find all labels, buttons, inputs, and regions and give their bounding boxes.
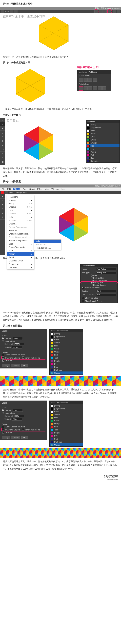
tool[interactable]: ✎ — [0, 211, 5, 216]
shape-mode-btn[interactable] — [88, 78, 92, 82]
swatch-row[interactable]: Blue — [86, 156, 120, 160]
menu-item[interactable]: Arrange▸ — [7, 198, 34, 202]
uniform-input[interactable] — [13, 337, 23, 340]
swatches-tab[interactable]: Swatches — [79, 71, 87, 73]
swatch-row[interactable]: Orange — [50, 350, 83, 353]
swatch-row[interactable]: Dark blue — [50, 368, 83, 372]
swatch-row[interactable]: Purple — [86, 150, 120, 154]
menu-window[interactable]: Window — [52, 188, 59, 190]
transform-patterns-checkbox[interactable] — [22, 428, 24, 430]
menu-item[interactable]: Pattern▸ — [7, 252, 34, 256]
swatch-row[interactable]: Teal — [86, 147, 120, 150]
type-tool[interactable]: T — [0, 139, 5, 143]
swatch-row[interactable]: Red — [86, 144, 120, 147]
menu-item[interactable]: Show All⌥⌘3 — [7, 219, 34, 222]
eraser-tool[interactable]: ◧ — [0, 160, 5, 164]
swatch-row[interactable]: Purple — [50, 431, 83, 434]
menu-item[interactable]: Rasterize... — [7, 229, 34, 232]
swatch-row[interactable]: White — [86, 129, 120, 132]
pathfinder-btn[interactable] — [98, 86, 102, 90]
swatch-row[interactable]: Lime — [50, 344, 83, 347]
menu-item[interactable]: Expand... — [7, 222, 34, 226]
swatch-row[interactable]: Lime — [50, 416, 83, 419]
submenu-item[interactable]: Tile Edge Color... — [34, 246, 61, 250]
menu-item[interactable]: Envelope Distort▸ — [7, 259, 34, 262]
cancel-button[interactable]: Cancel — [11, 364, 20, 367]
menu-item[interactable]: Create Gradient Mesh... — [7, 232, 34, 236]
nonuniform-radio[interactable]: Non-Uniform — [2, 340, 46, 342]
scale-strokes-checkbox[interactable] — [2, 354, 4, 356]
submenu-item[interactable]: Make — [34, 240, 61, 243]
tool[interactable]: ✦ — [0, 203, 5, 207]
pencil-tool[interactable]: ✏ — [0, 156, 5, 160]
rect-tool[interactable]: ▭ — [0, 147, 5, 152]
uniform-input[interactable] — [13, 409, 23, 412]
pathfinder-btn[interactable] — [102, 86, 106, 90]
swatch-row[interactable]: Yellow — [50, 413, 83, 416]
swatch-row[interactable]: Purple — [50, 360, 83, 362]
swatches-tab[interactable]: Swatches — [86, 120, 120, 123]
horizontal-input[interactable] — [14, 343, 24, 346]
transform-objects-checkbox[interactable] — [2, 428, 4, 430]
menu-item[interactable]: Group⌘G — [7, 202, 34, 205]
shape-mode-btn[interactable] — [84, 78, 88, 82]
vertical-input[interactable] — [12, 418, 22, 420]
menu-item[interactable]: Ungroup⇧⌘G — [7, 205, 34, 209]
brush-tool[interactable]: ✐ — [0, 152, 5, 156]
menu-item[interactable]: Slice▸ — [7, 242, 34, 246]
show-tile-checkbox[interactable] — [82, 297, 84, 299]
menu-item[interactable]: Live Paint▸ — [7, 266, 34, 269]
ok-button[interactable]: OK — [21, 436, 28, 439]
menu-item[interactable]: Unlock All⌥⌘2 — [7, 212, 34, 216]
menu-item[interactable]: Blend▸ — [7, 256, 34, 259]
menu-item[interactable]: Flatten Transparency... — [7, 239, 34, 242]
cancel-button[interactable]: Cancel — [11, 436, 20, 439]
copies-input[interactable] — [96, 290, 116, 292]
preview-checkbox[interactable] — [2, 431, 4, 434]
tool[interactable]: ◌ — [0, 207, 5, 211]
menu-item[interactable]: Create Trim Marks — [7, 246, 34, 249]
swatch-row[interactable]: Dark blue — [50, 440, 83, 444]
tool-btn[interactable] — [103, 10, 106, 13]
lasso-tool[interactable]: ◌ — [0, 130, 5, 135]
menu-effect[interactable]: Effect — [37, 188, 42, 190]
uniform-radio[interactable]: Uniform: — [2, 337, 46, 340]
swatches-tab[interactable]: Swatches — [51, 402, 59, 404]
dim-input[interactable] — [96, 293, 116, 296]
swatch-row[interactable]: Lime — [86, 135, 120, 138]
swatch-row[interactable]: [Registration] — [50, 407, 83, 410]
menu-item[interactable]: Hide▸ — [7, 216, 34, 219]
pattern-name-input[interactable] — [96, 268, 116, 270]
swatch-row[interactable]: Blue — [50, 437, 83, 440]
shape-mode-btn[interactable] — [93, 78, 97, 82]
swatch-row[interactable]: Green — [86, 138, 120, 141]
swatch-row[interactable]: Cubes — [50, 372, 83, 374]
stroke-swatch[interactable] — [5, 191, 8, 194]
copy-button[interactable]: Copy — [2, 436, 10, 439]
swatch-row[interactable]: Orange — [86, 141, 120, 144]
pathfinder-btn[interactable] — [93, 86, 97, 90]
swatch-row[interactable]: White — [50, 338, 83, 341]
tool-btn[interactable] — [14, 10, 18, 13]
copy-button[interactable]: Copy — [2, 364, 10, 367]
menu-item[interactable]: Transform▸ — [7, 195, 34, 198]
swatch-row[interactable]: Green — [50, 419, 83, 422]
selection-tool[interactable]: ▸ — [0, 118, 5, 122]
swatch-row[interactable]: [None] — [50, 332, 83, 335]
pathfinder-tab[interactable]: Pathfinder — [88, 71, 97, 73]
shape-mode-btn[interactable] — [79, 78, 83, 82]
pathfinder-tab[interactable]: Pathfinder — [60, 330, 68, 332]
nonuniform-radio[interactable]: Non-Uniform — [2, 412, 46, 414]
direct-selection-tool[interactable]: ▹ — [0, 122, 5, 126]
swatch-row[interactable]: [None] — [50, 404, 83, 407]
swatch-row[interactable]: Pink — [50, 362, 83, 366]
pathfinder-btn[interactable] — [88, 86, 92, 90]
swatch-row[interactable]: Orange — [50, 422, 83, 425]
show-swatch-checkbox[interactable] — [82, 300, 84, 302]
swatch-row[interactable]: Red — [50, 353, 83, 356]
tile-radio[interactable]: Grid — [80, 274, 118, 277]
menu-file[interactable]: File — [2, 188, 5, 190]
divide-button[interactable] — [79, 86, 83, 90]
vertical-input[interactable] — [12, 346, 22, 349]
pathfinder-tab[interactable]: Pathfinder — [60, 402, 68, 404]
